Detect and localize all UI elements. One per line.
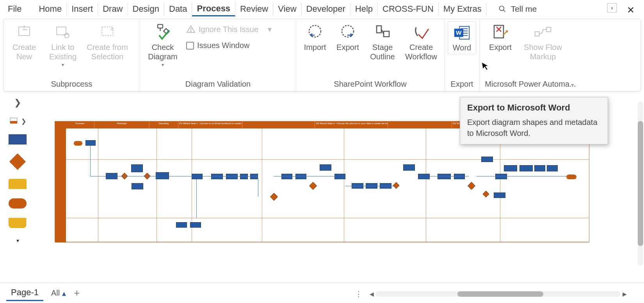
shape-process[interactable]: [240, 174, 248, 179]
stage-outline-label: Stage Outline: [370, 43, 395, 61]
tab-insert[interactable]: Insert: [67, 2, 98, 16]
shape-process[interactable]: [281, 174, 292, 179]
tab-draw[interactable]: Draw: [98, 2, 128, 16]
create-workflow-button[interactable]: Create Workflow: [402, 21, 441, 63]
shape-process[interactable]: [192, 174, 203, 179]
shape-subprocess[interactable]: [9, 179, 27, 189]
shape-process[interactable]: [226, 174, 238, 179]
shape-process[interactable]: [176, 222, 187, 228]
swimlane-title-cell: [55, 121, 66, 242]
shape-process[interactable]: [85, 140, 96, 146]
collapse-ribbon-icon[interactable]: ⌄: [570, 80, 575, 87]
tab-help[interactable]: Help: [350, 2, 378, 16]
close-icon[interactable]: ✕: [627, 5, 635, 16]
add-page-button[interactable]: +: [74, 287, 80, 299]
page-tab[interactable]: Page-1: [6, 285, 43, 301]
vertical-scrollbar[interactable]: [638, 102, 643, 266]
expand-shapes-icon[interactable]: ❯: [14, 98, 21, 108]
ignore-issue-button[interactable]: Ignore This Issue ▾: [184, 23, 274, 36]
group-validation: Check Diagram ▾ Ignore This Issue ▾ Issu…: [140, 19, 296, 91]
import-button[interactable]: Import: [299, 21, 331, 53]
tooltip-body: Export diagram shapes and metadata to Mi…: [467, 117, 601, 139]
group-sharepoint-label: SharePoint Workflow: [299, 78, 441, 90]
tab-process[interactable]: Process: [192, 2, 235, 16]
shape-process[interactable]: [534, 165, 545, 171]
shape-process[interactable]: [438, 174, 451, 179]
tab-view[interactable]: View: [273, 2, 301, 16]
chevron-down-icon: ▾: [62, 62, 64, 68]
shape-process[interactable]: [190, 222, 201, 228]
check-diagram-label: Check Diagram: [148, 43, 178, 61]
shape-document[interactable]: [9, 218, 27, 228]
tab-myextras[interactable]: My Extras: [439, 2, 487, 16]
export-sp-button[interactable]: Export: [332, 21, 363, 53]
ribbon-display-options[interactable]: ›: [607, 3, 617, 12]
pa-export-button[interactable]: Export: [483, 21, 518, 53]
shape-decision[interactable]: [9, 153, 26, 170]
shape-process[interactable]: [504, 165, 517, 171]
shape-process[interactable]: [454, 174, 465, 179]
stage-outline-button[interactable]: Stage Outline: [365, 21, 400, 63]
shape-process[interactable]: [494, 192, 505, 198]
horizontal-scrollbar[interactable]: ⋮ ◀ ▶: [355, 291, 628, 298]
show-flow-markup-button[interactable]: Show Flow Markup: [519, 21, 566, 63]
tab-design[interactable]: Design: [128, 2, 164, 16]
shape-process[interactable]: [106, 173, 117, 179]
shape-process[interactable]: [320, 164, 331, 171]
all-pages-dropdown[interactable]: All ▴: [51, 289, 66, 298]
shape-process[interactable]: [418, 174, 430, 179]
shape-process[interactable]: [481, 157, 493, 162]
more-shapes-icon[interactable]: ▾: [16, 237, 19, 244]
shape-process[interactable]: [403, 164, 415, 171]
issues-window-toggle[interactable]: Issues Window: [184, 39, 274, 52]
tell-me-search[interactable]: Tell me: [498, 4, 537, 14]
create-new-label: Create New: [12, 43, 36, 61]
shape-process[interactable]: [495, 174, 507, 179]
check-diagram-button[interactable]: Check Diagram ▾: [143, 21, 182, 69]
shape-process[interactable]: [211, 174, 223, 179]
scroll-right-icon[interactable]: ▶: [621, 291, 628, 297]
shape-process[interactable]: [250, 174, 258, 179]
shape-process[interactable]: [295, 174, 306, 179]
shape-start[interactable]: [74, 141, 82, 146]
create-from-selection-icon: [98, 23, 117, 42]
create-from-selection-button[interactable]: Create from Selection: [84, 21, 131, 63]
horizontal-scrollbar-track[interactable]: [375, 291, 621, 297]
tab-review[interactable]: Review: [235, 2, 273, 16]
sb-stencil-row[interactable]: ❯: [9, 117, 26, 125]
shape-process[interactable]: [334, 174, 345, 179]
horizontal-scrollbar-thumb[interactable]: [457, 291, 543, 297]
shape-process[interactable]: [519, 165, 533, 171]
shape-process[interactable]: [156, 172, 169, 179]
shape-process[interactable]: [9, 134, 27, 144]
stage-outline-icon: [373, 23, 392, 42]
tab-bar: File Home Insert Draw Design Data Proces…: [0, 0, 644, 18]
scroll-left-icon[interactable]: ◀: [368, 291, 375, 297]
tab-data[interactable]: Data: [164, 2, 192, 16]
status-bar: Page-1 All ▴ + ⋮ ◀ ▶: [0, 283, 644, 303]
shape-process[interactable]: [131, 164, 143, 172]
export-sp-icon: [338, 23, 357, 42]
shape-process[interactable]: [547, 165, 558, 171]
group-validation-label: Diagram Validation: [143, 78, 293, 90]
col-header: Decoding: [149, 121, 178, 128]
group-export-label: Export: [448, 78, 476, 90]
tab-file[interactable]: File: [3, 2, 26, 16]
vertical-scrollbar-thumb[interactable]: [638, 121, 643, 246]
scrollbar-options-icon[interactable]: ⋮: [355, 290, 363, 298]
create-from-selection-label: Create from Selection: [87, 43, 128, 61]
tooltip-title: Export to Microsoft Word: [467, 103, 601, 113]
show-flow-markup-label: Show Flow Markup: [524, 43, 562, 61]
shape-start-end[interactable]: [9, 198, 27, 209]
shape-end[interactable]: [566, 175, 576, 179]
link-existing-button[interactable]: Link to Existing ▾: [43, 21, 82, 69]
group-subprocess-label: Subprocess: [7, 78, 137, 90]
tab-developer[interactable]: Developer: [302, 2, 350, 16]
export-word-button[interactable]: W Word: [448, 21, 476, 54]
tab-crossfun[interactable]: CROSS-FUN: [378, 2, 439, 16]
group-pa-label: Microsoft Power Automa...: [483, 78, 578, 90]
group-power-automate: Export Show Flow Markup Microsoft Power …: [480, 19, 581, 91]
shape-process[interactable]: [132, 183, 143, 189]
create-new-button[interactable]: Create New: [7, 21, 42, 63]
tab-home[interactable]: Home: [34, 2, 67, 16]
